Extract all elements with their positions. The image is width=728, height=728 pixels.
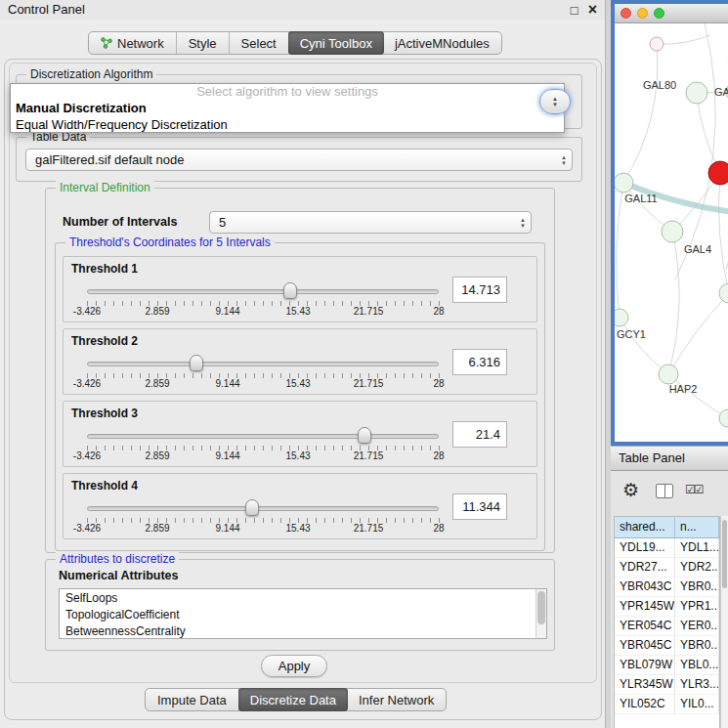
table-row[interactable]: YDL19... YDL1... [615,538,719,558]
threshold-2-value[interactable]: 6.316 [452,349,507,375]
scale-label: 2.859 [145,450,169,461]
tab-infer-network[interactable]: Infer Network [347,689,446,710]
list-scrollbar[interactable] [535,589,546,638]
table-cell[interactable]: YDR2... [675,558,719,577]
threshold-2-slider[interactable] [87,355,439,372]
network-edge[interactable] [675,23,715,279]
gear-icon[interactable]: ⚙ [622,480,639,501]
table-cell[interactable]: YDL19... [615,538,675,557]
zoom-traffic-light-icon[interactable] [654,8,664,19]
table-scrollbar[interactable] [720,516,728,728]
threshold-3-value[interactable]: 21.4 [452,421,507,448]
threshold-3-slider[interactable] [87,427,439,445]
network-node[interactable] [650,37,664,51]
tab-jactivemnodules[interactable]: jActiveMNodules [383,32,501,54]
list-item[interactable]: BetweennessCentrality [60,623,535,639]
slider-track[interactable] [87,289,439,294]
table-row[interactable]: YDR27... YDR2... [615,558,719,578]
number-of-intervals-combo[interactable]: 5 ▲ ▼ [209,211,532,234]
table-cell[interactable]: YBL079W [615,656,675,674]
table-cell[interactable]: YIL0... [675,695,719,713]
network-edge[interactable] [668,232,679,374]
table-cell[interactable]: YLR345W [615,675,675,694]
table-cell[interactable]: YBR0... [675,636,719,655]
tab-select[interactable]: Select [230,32,289,54]
tab-network[interactable]: Network [89,32,177,54]
network-node[interactable] [659,364,678,384]
numerical-attributes-list[interactable]: SelfLoopsTopologicalCoefficientBetweenne… [59,588,547,639]
slider-track[interactable] [87,506,439,511]
network-node[interactable] [615,173,633,193]
number-of-intervals-label: Number of Intervals [63,211,177,234]
tab-discretize-data[interactable]: Discretize Data [238,688,348,711]
select-columns-icon[interactable]: ☑☑ [685,483,703,496]
table-scrollbar-thumb[interactable] [722,520,727,588]
network-edge[interactable] [617,183,623,318]
network-edge[interactable] [718,173,728,293]
table-row[interactable]: YPR145W YPR1... [615,597,719,617]
table-data-combo[interactable]: galFiltered.sif default node ▲ ▼ [25,149,573,171]
slider-thumb[interactable] [283,282,297,299]
table-cell[interactable]: YBR0... [675,578,719,596]
close-traffic-light-icon[interactable] [621,8,631,19]
column-header-shared[interactable]: shared... [615,517,675,537]
table-cell[interactable]: YIL052C [615,695,675,713]
table-cell[interactable]: YLR3... [675,675,719,694]
network-canvas[interactable]: GAL80GAGAL11GAL4GCY1HAP2 [615,23,728,442]
popup-option-manual-discretization[interactable]: Manual Discretization [11,100,564,116]
slider-thumb[interactable] [190,355,203,371]
float-window-icon[interactable]: □ [571,3,578,18]
table-cell[interactable]: YDL1... [675,538,719,557]
slider-thumb[interactable] [245,499,259,516]
selected-network-node[interactable] [708,161,728,185]
columns-icon[interactable] [656,484,673,498]
list-item[interactable]: SelfLoops [60,590,535,607]
table-row[interactable]: YLR345W YLR3... [615,675,719,695]
threshold-4-slider[interactable] [87,499,439,517]
list-item[interactable]: TopologicalCoefficient [60,607,535,623]
table-cell[interactable]: YER0... [675,617,719,635]
network-node[interactable] [662,221,683,242]
table-row[interactable]: YIL052C YIL0... [615,695,719,714]
close-icon[interactable]: × [588,1,597,19]
threshold-1-value[interactable]: 14.713 [452,277,507,303]
network-edge[interactable] [668,374,728,418]
tab-cyni-toolbox[interactable]: Cyni Toolbox [288,31,384,55]
table-cell[interactable]: YBR045C [615,636,675,655]
network-edge[interactable] [620,318,668,374]
table-cell[interactable]: YDR27... [615,558,675,577]
table-row[interactable]: YBL079W YBL0... [615,656,719,675]
network-node[interactable] [719,409,728,427]
network-view-window[interactable]: GAL80GAGAL11GAL4GCY1HAP2 [611,0,728,446]
slider-track[interactable] [87,434,439,439]
tab-style[interactable]: Style [177,32,230,54]
slider-thumb[interactable] [358,427,371,444]
table-cell[interactable]: YBR043C [615,578,675,596]
threshold-4-value[interactable]: 11.344 [452,493,507,520]
table-cell[interactable]: YPR145W [615,597,675,616]
network-edge[interactable] [623,44,658,183]
slider-scale: -3.426 2.859 9.144 15.43 21.715 28 [87,306,439,318]
slider-track[interactable] [87,362,439,366]
table-row[interactable]: YER054C YER0... [615,617,719,636]
minimize-traffic-light-icon[interactable] [637,8,648,19]
tab-impute-data[interactable]: Impute Data [146,689,239,710]
table-cell[interactable]: YPR1... [675,597,719,616]
network-edge[interactable] [697,93,720,173]
threshold-1-slider[interactable] [87,282,439,300]
algorithm-combo-button[interactable]: ▲ ▼ [539,89,571,114]
table-cell[interactable]: YER054C [615,617,675,635]
table-row[interactable]: YBR043C YBR0... [615,578,719,597]
list-scrollbar-thumb[interactable] [537,591,545,624]
network-edge[interactable] [668,293,728,374]
table-panel: ⚙ ☑☑ shared... n... YDL19... YDL1... YDR… [611,471,728,728]
network-node[interactable] [719,283,728,303]
network-node[interactable] [615,309,628,326]
apply-button[interactable]: Apply [261,655,327,677]
table-cell[interactable]: YBL0... [675,656,719,674]
table-row[interactable]: YBR045C YBR0... [615,636,719,656]
network-edge[interactable] [657,35,710,44]
popup-option-equal-width-frequency[interactable]: Equal Width/Frequency Discretization [11,116,564,133]
column-header-name[interactable]: n... [675,517,719,537]
network-node[interactable] [686,82,707,104]
